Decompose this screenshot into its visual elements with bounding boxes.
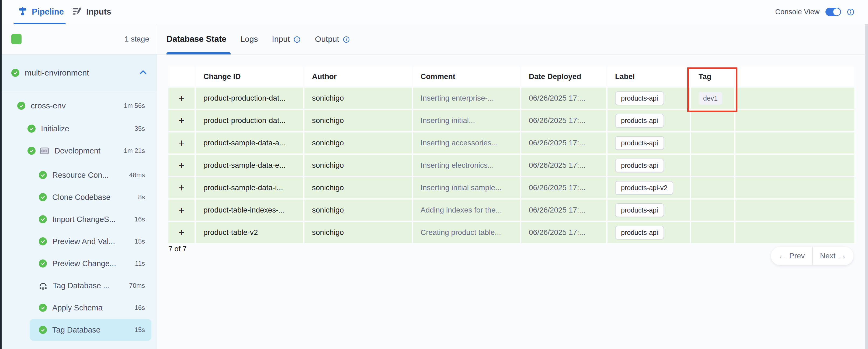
step-duration: 16s (134, 304, 145, 312)
step-label: Initialize (41, 124, 69, 133)
step-label: Preview And Val... (52, 237, 115, 246)
expand-row-button[interactable]: + (168, 110, 194, 131)
pagination: ← Prev Next → (771, 247, 854, 265)
tag-cell (691, 222, 734, 243)
trailing-cell (736, 133, 854, 153)
expand-row-button[interactable]: + (168, 155, 194, 176)
tab-pipeline[interactable]: Pipeline (18, 0, 64, 24)
main-tabs: Database State Logs Input Output (157, 24, 865, 55)
change-id-cell: product-sample-data-a... (196, 133, 303, 153)
tag-cell (691, 200, 734, 221)
trailing-cell (736, 155, 854, 176)
step-row-cross-env[interactable]: cross-env1m 56s (2, 94, 157, 118)
tab-database-state[interactable]: Database State (166, 34, 226, 44)
label-cell: products-api-v2 (608, 177, 690, 198)
step-row-preview-and-val[interactable]: Preview And Val...15s (2, 230, 157, 253)
date-deployed-cell: 06/26/2025 17:... (521, 110, 606, 131)
comment-cell: Inserting enterprise-... (413, 88, 520, 109)
chevron-up-icon[interactable] (139, 69, 147, 77)
change-id-cell: product-table-indexes-... (196, 200, 303, 221)
step-label: Tag Database ... (53, 281, 110, 290)
expand-row-button[interactable]: + (168, 88, 194, 109)
info-icon[interactable] (343, 36, 350, 43)
step-label: Import ChangeS... (52, 215, 116, 224)
step-row-clone-codebase[interactable]: Clone Codebase8s (2, 186, 157, 208)
step-row-preview-change[interactable]: Preview Change...11s (2, 253, 157, 274)
scrollbar-track[interactable] (865, 24, 868, 349)
next-arrow-icon: → (839, 252, 846, 260)
tab-output[interactable]: Output (315, 34, 350, 44)
table-header-cell-date-deployed: Date Deployed (521, 67, 606, 86)
tab-output-label: Output (315, 34, 339, 44)
check-circle-icon (28, 125, 36, 133)
table-header-cell-blank-0 (168, 67, 194, 86)
step-row-import-changes[interactable]: Import ChangeS...16s (2, 208, 157, 230)
tab-logs[interactable]: Logs (240, 34, 258, 44)
step-row-initialize[interactable]: Initialize35s (2, 118, 157, 140)
step-label: cross-env (31, 101, 66, 110)
console-view-label: Console View (775, 8, 819, 16)
step-label: Clone Codebase (52, 193, 111, 202)
check-circle-icon (39, 237, 47, 245)
step-duration: 48ms (129, 171, 145, 179)
step-duration: 35s (134, 125, 145, 133)
date-deployed-cell: 06/26/2025 17:... (521, 200, 606, 221)
step-duration: 11s (135, 260, 145, 267)
expand-row-button[interactable]: + (168, 177, 194, 198)
step-row-development[interactable]: Development1m 21s (2, 140, 157, 162)
tab-database-state-label: Database State (166, 34, 226, 44)
step-duration: 70ms (129, 282, 145, 289)
trailing-cell (736, 200, 854, 221)
step-row-resource-con[interactable]: Resource Con...48ms (2, 164, 157, 186)
table-header-cell-blank-7 (736, 67, 854, 86)
date-deployed-cell: 06/26/2025 17:... (521, 133, 606, 153)
label-cell: products-api (608, 88, 690, 109)
info-icon[interactable] (847, 8, 854, 16)
prev-button[interactable]: ← Prev (771, 247, 812, 265)
top-bar: Pipeline Inputs Console View (2, 0, 868, 25)
check-circle-icon (28, 147, 36, 155)
step-row-tag-database[interactable]: Tag Database15s (2, 319, 157, 341)
tab-inputs[interactable]: Inputs (72, 0, 111, 24)
step-row-tag-database[interactable]: Tag Database ...70ms (2, 274, 157, 297)
console-view-toggle[interactable] (826, 8, 841, 16)
development-card-icon (40, 148, 49, 154)
annotation-red-box (687, 67, 737, 112)
label-cell: products-api (608, 110, 690, 131)
tag-cell (691, 155, 734, 176)
stage-group-row[interactable]: multi-environment (2, 55, 157, 91)
expand-row-button[interactable]: + (168, 222, 194, 243)
next-button-label: Next (820, 252, 836, 260)
tab-input[interactable]: Input (272, 34, 301, 44)
step-label: Preview Change... (52, 259, 116, 268)
expand-row-button[interactable]: + (168, 200, 194, 221)
check-circle-icon (17, 102, 25, 110)
comment-cell: Inserting electronics... (413, 155, 520, 176)
prev-button-label: Prev (789, 252, 805, 260)
step-label: Tag Database (52, 325, 100, 335)
trailing-cell (736, 222, 854, 243)
change-id-cell: product-table-v2 (196, 222, 303, 243)
check-circle-icon (39, 326, 47, 334)
tag-cell (691, 110, 734, 131)
next-button[interactable]: Next → (812, 247, 854, 265)
check-circle-icon (39, 259, 47, 267)
rollback-icon (39, 282, 48, 290)
step-row-apply-schema[interactable]: Apply Schema16s (2, 297, 157, 319)
expand-row-button[interactable]: + (168, 133, 194, 153)
check-circle-icon (39, 304, 47, 312)
step-label: Apply Schema (52, 303, 103, 312)
author-cell: sonichigo (304, 88, 412, 109)
label-badge: products-api (615, 226, 664, 239)
date-deployed-cell: 06/26/2025 17:... (521, 222, 606, 243)
change-id-cell: product-sample-data-i... (196, 177, 303, 198)
active-tab-underline (166, 52, 230, 55)
check-circle-icon (39, 215, 47, 223)
check-circle-icon (39, 171, 47, 179)
trailing-cell (736, 110, 854, 131)
change-id-cell: product-production-dat... (196, 110, 303, 131)
label-badge: products-api (615, 158, 664, 172)
info-icon[interactable] (293, 36, 301, 43)
main-panel: Database State Logs Input Output Change … (157, 24, 865, 349)
toggle-knob (833, 8, 840, 16)
